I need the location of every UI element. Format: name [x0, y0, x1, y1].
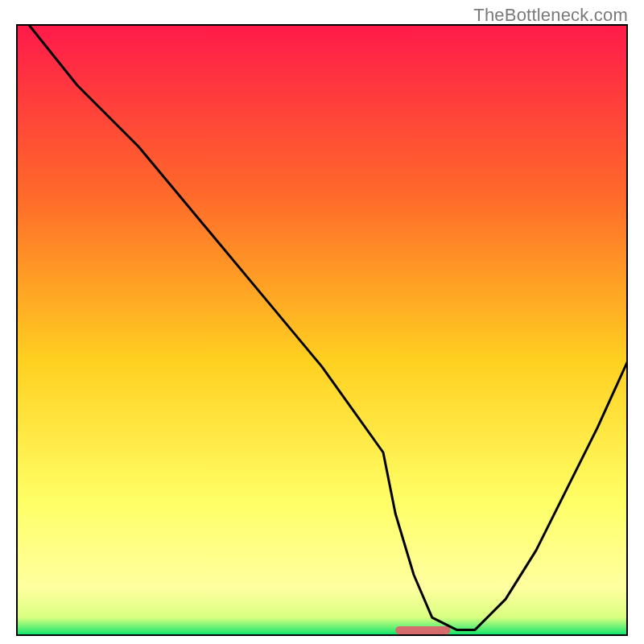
optimal-range-marker	[395, 626, 450, 634]
chart-svg	[16, 24, 628, 636]
bottleneck-chart	[16, 24, 628, 636]
watermark-text: TheBottleneck.com	[473, 5, 628, 26]
